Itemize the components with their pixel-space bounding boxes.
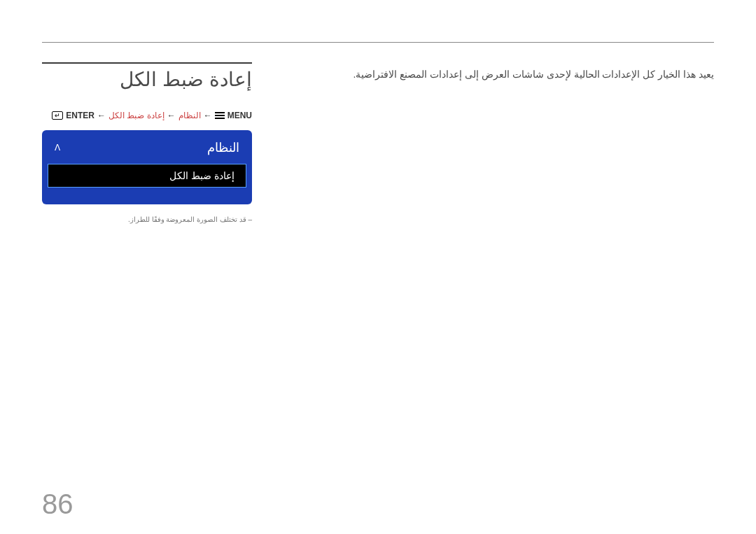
content-row: إعادة ضبط الكل ↵ ENTER ← إعادة ضبط الكل …: [42, 62, 714, 223]
ui-panel: النظام ᐱ إعادة ضبط الكل: [42, 130, 252, 204]
enter-icon: ↵: [52, 111, 63, 120]
menu-icon: [215, 112, 225, 119]
breadcrumb-enter: ENTER: [66, 111, 94, 120]
ui-panel-title: النظام: [207, 140, 239, 155]
menu-item-reset-all[interactable]: إعادة ضبط الكل: [48, 164, 246, 188]
left-column: يعيد هذا الخيار كل الإعدادات الحالية لإح…: [287, 62, 714, 82]
breadcrumb-reset: إعادة ضبط الكل: [108, 111, 164, 120]
arrow-icon: ←: [204, 111, 212, 120]
section-title: إعادة ضبط الكل: [42, 62, 252, 91]
arrow-icon: ←: [167, 111, 176, 120]
page-number: 86: [42, 489, 74, 520]
arrow-icon: ←: [97, 111, 106, 120]
ui-panel-header: النظام ᐱ: [42, 130, 252, 164]
breadcrumb-menu: MENU: [227, 111, 252, 120]
section-description: يعيد هذا الخيار كل الإعدادات الحالية لإح…: [287, 66, 714, 82]
top-divider: [42, 42, 714, 43]
right-column: إعادة ضبط الكل ↵ ENTER ← إعادة ضبط الكل …: [42, 62, 252, 223]
breadcrumb-system: النظام: [178, 111, 201, 120]
breadcrumb: ↵ ENTER ← إعادة ضبط الكل ← النظام ← MENU: [42, 111, 252, 120]
footnote: – قد تختلف الصورة المعروضة وفقًا للطراز.: [42, 216, 252, 223]
chevron-up-icon[interactable]: ᐱ: [55, 143, 60, 153]
